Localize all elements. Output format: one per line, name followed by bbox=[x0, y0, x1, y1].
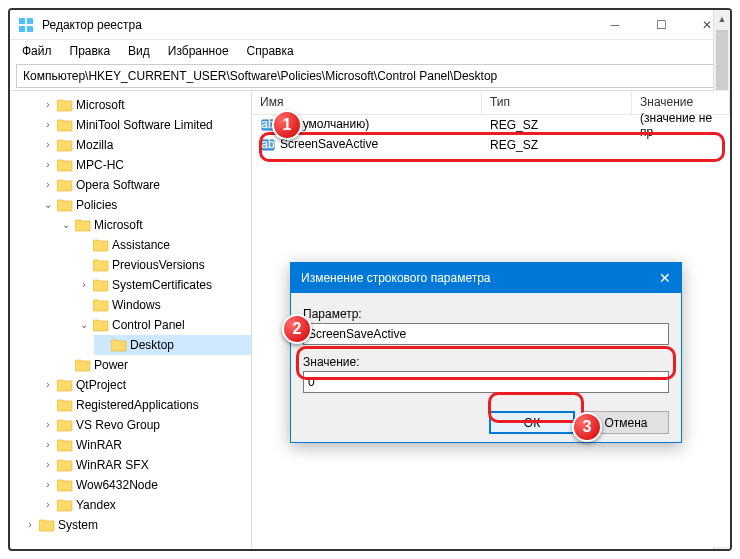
menu-favorites[interactable]: Избранное bbox=[160, 42, 237, 60]
folder-icon bbox=[75, 218, 91, 232]
row-name: ScreenSaveActive bbox=[280, 137, 378, 151]
col-type[interactable]: Тип bbox=[482, 91, 632, 114]
caret-down-icon[interactable]: ⌄ bbox=[78, 316, 90, 334]
folder-icon bbox=[57, 458, 73, 472]
tree-item[interactable]: ›MiniTool Software Limited bbox=[40, 115, 251, 135]
tree-item[interactable]: ›Yandex bbox=[40, 495, 251, 515]
folder-icon bbox=[75, 358, 91, 372]
tree-item-label: QtProject bbox=[76, 376, 126, 394]
tree-item-label: Windows bbox=[112, 296, 161, 314]
svg-rect-1 bbox=[27, 18, 33, 24]
menu-view[interactable]: Вид bbox=[120, 42, 158, 60]
folder-icon bbox=[57, 498, 73, 512]
tree-item[interactable]: ›System bbox=[22, 515, 251, 535]
list-row[interactable]: ab(По умолчанию)REG_SZ(значение не пр bbox=[252, 115, 730, 135]
tree-item[interactable]: ›Wow6432Node bbox=[40, 475, 251, 495]
tree-item[interactable]: Assistance bbox=[76, 235, 251, 255]
tree-item[interactable]: ⌄Policies bbox=[40, 195, 251, 215]
tree-item-label: Power bbox=[94, 356, 128, 374]
caret-right-icon[interactable]: › bbox=[42, 116, 54, 134]
folder-icon bbox=[39, 518, 55, 532]
caret-right-icon[interactable]: › bbox=[78, 276, 90, 294]
value-label: Значение: bbox=[303, 355, 669, 369]
tree-item[interactable]: ⌄Microsoft bbox=[58, 215, 251, 235]
tree-item[interactable]: ›MPC-HC bbox=[40, 155, 251, 175]
dialog-close-icon[interactable]: ✕ bbox=[659, 270, 671, 286]
caret-right-icon[interactable]: › bbox=[42, 416, 54, 434]
row-value bbox=[632, 144, 730, 146]
caret-right-icon[interactable]: › bbox=[42, 496, 54, 514]
caret-right-icon[interactable]: › bbox=[42, 476, 54, 494]
folder-icon bbox=[93, 318, 109, 332]
ok-button[interactable]: ОК bbox=[489, 411, 575, 434]
folder-icon bbox=[93, 298, 109, 312]
caret-right-icon[interactable]: › bbox=[42, 136, 54, 154]
app-icon bbox=[18, 17, 34, 33]
tree-item-label: Control Panel bbox=[112, 316, 185, 334]
caret-right-icon[interactable]: › bbox=[24, 516, 36, 534]
caret-right-icon[interactable]: › bbox=[42, 176, 54, 194]
string-value-icon: ab bbox=[260, 117, 276, 133]
folder-icon bbox=[93, 278, 109, 292]
tree-item[interactable]: ›Microsoft bbox=[40, 95, 251, 115]
folder-icon bbox=[57, 398, 73, 412]
tree-pane[interactable]: ›Microsoft›MiniTool Software Limited›Moz… bbox=[10, 91, 252, 547]
tree-item[interactable]: ›Mozilla bbox=[40, 135, 251, 155]
value-input[interactable] bbox=[303, 371, 669, 393]
folder-icon bbox=[57, 438, 73, 452]
dialog-titlebar: Изменение строкового параметра ✕ bbox=[291, 263, 681, 293]
row-value: (значение не пр bbox=[632, 110, 730, 140]
edit-string-dialog: Изменение строкового параметра ✕ Парамет… bbox=[290, 262, 682, 443]
tree-item[interactable]: Desktop bbox=[94, 335, 251, 355]
tree-item[interactable]: ›WinRAR bbox=[40, 435, 251, 455]
folder-icon bbox=[57, 138, 73, 152]
folder-icon bbox=[57, 418, 73, 432]
menu-help[interactable]: Справка bbox=[239, 42, 302, 60]
tree-item-label: SystemCertificates bbox=[112, 276, 212, 294]
menu-edit[interactable]: Правка bbox=[62, 42, 119, 60]
tree-item[interactable]: RegisteredApplications bbox=[40, 395, 251, 415]
caret-down-icon[interactable]: ⌄ bbox=[60, 216, 72, 234]
folder-icon bbox=[93, 258, 109, 272]
param-label: Параметр: bbox=[303, 307, 669, 321]
tree-item-label: Desktop bbox=[130, 336, 174, 354]
caret-down-icon[interactable]: ⌄ bbox=[42, 196, 54, 214]
minimize-button[interactable]: ─ bbox=[592, 10, 638, 39]
svg-text:ab: ab bbox=[261, 118, 275, 131]
caret-right-icon[interactable]: › bbox=[42, 376, 54, 394]
menu-file[interactable]: Файл bbox=[14, 42, 60, 60]
caret-right-icon[interactable]: › bbox=[42, 96, 54, 114]
folder-icon bbox=[57, 378, 73, 392]
maximize-button[interactable]: ☐ bbox=[638, 10, 684, 39]
tree-item[interactable]: ›VS Revo Group bbox=[40, 415, 251, 435]
tree-item-label: RegisteredApplications bbox=[76, 396, 199, 414]
tree-item[interactable]: ⌄Control Panel bbox=[76, 315, 251, 335]
tree-item-label: MPC-HC bbox=[76, 156, 124, 174]
svg-rect-2 bbox=[19, 26, 25, 32]
tree-item[interactable]: ›QtProject bbox=[40, 375, 251, 395]
col-name[interactable]: Имя bbox=[252, 91, 482, 114]
tree-item[interactable]: Power bbox=[58, 355, 251, 375]
cancel-button[interactable]: Отмена bbox=[583, 411, 669, 434]
tree-item-label: Microsoft bbox=[76, 96, 125, 114]
folder-icon bbox=[57, 98, 73, 112]
tree-item[interactable]: Windows bbox=[76, 295, 251, 315]
tree-item[interactable]: ›SystemCertificates bbox=[76, 275, 251, 295]
tree-item-label: System bbox=[58, 516, 98, 534]
caret-right-icon[interactable]: › bbox=[42, 456, 54, 474]
addressbar[interactable]: Компьютер\HKEY_CURRENT_USER\Software\Pol… bbox=[16, 64, 724, 88]
caret-right-icon[interactable]: › bbox=[42, 436, 54, 454]
tree-item-label: VS Revo Group bbox=[76, 416, 160, 434]
tree-item[interactable]: ›Opera Software bbox=[40, 175, 251, 195]
param-input[interactable] bbox=[303, 323, 669, 345]
tree-item[interactable]: PreviousVersions bbox=[76, 255, 251, 275]
row-type: REG_SZ bbox=[482, 137, 632, 153]
tree-item[interactable]: ›WinRAR SFX bbox=[40, 455, 251, 475]
svg-rect-0 bbox=[19, 18, 25, 24]
address-text: Компьютер\HKEY_CURRENT_USER\Software\Pol… bbox=[23, 69, 497, 83]
tree-item-label: Opera Software bbox=[76, 176, 160, 194]
tree-item-label: Policies bbox=[76, 196, 117, 214]
tree-item-label: Microsoft bbox=[94, 216, 143, 234]
svg-text:ab: ab bbox=[261, 138, 275, 151]
caret-right-icon[interactable]: › bbox=[42, 156, 54, 174]
